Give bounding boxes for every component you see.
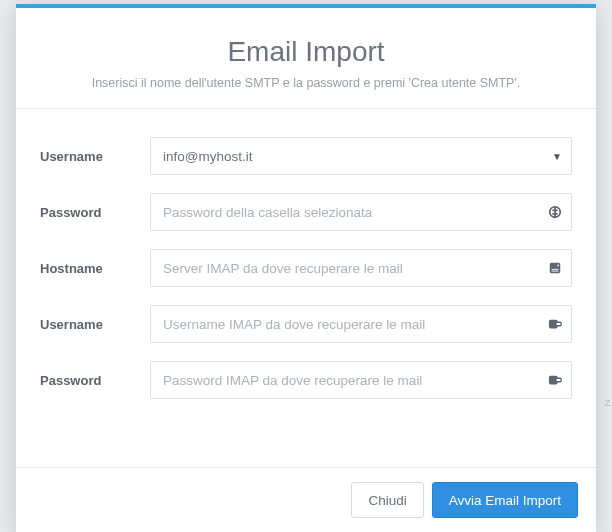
hostname-input[interactable] <box>150 249 572 287</box>
control-wrap <box>150 305 572 343</box>
label-imap-username: Username <box>40 317 150 332</box>
modal-footer: Chiudi Avvia Email Import <box>16 467 596 532</box>
label-password: Password <box>40 205 150 220</box>
label-username: Username <box>40 149 150 164</box>
close-button[interactable]: Chiudi <box>351 482 423 518</box>
label-imap-password: Password <box>40 373 150 388</box>
imap-password-input[interactable] <box>150 361 572 399</box>
start-import-button[interactable]: Avvia Email Import <box>432 482 578 518</box>
control-wrap <box>150 249 572 287</box>
username-select[interactable]: info@myhost.it <box>150 137 572 175</box>
row-hostname: Hostname <box>40 249 572 287</box>
modal-title: Email Import <box>46 36 566 68</box>
row-imap-password: Password <box>40 361 572 399</box>
modal-accent-bar <box>16 4 596 8</box>
label-hostname: Hostname <box>40 261 150 276</box>
control-wrap <box>150 193 572 231</box>
control-wrap <box>150 361 572 399</box>
imap-username-input[interactable] <box>150 305 572 343</box>
row-password: Password <box>40 193 572 231</box>
background-text-fragment: z <box>605 396 610 408</box>
modal-header: Email Import Inserisci il nome dell'uten… <box>16 4 596 109</box>
email-import-modal: Email Import Inserisci il nome dell'uten… <box>16 4 596 532</box>
row-imap-username: Username <box>40 305 572 343</box>
password-input[interactable] <box>150 193 572 231</box>
modal-body: Username info@myhost.it ▼ Password Hostn… <box>16 109 596 427</box>
row-username-select: Username info@myhost.it ▼ <box>40 137 572 175</box>
modal-subtitle: Inserisci il nome dell'utente SMTP e la … <box>46 76 566 90</box>
control-wrap: info@myhost.it ▼ <box>150 137 572 175</box>
